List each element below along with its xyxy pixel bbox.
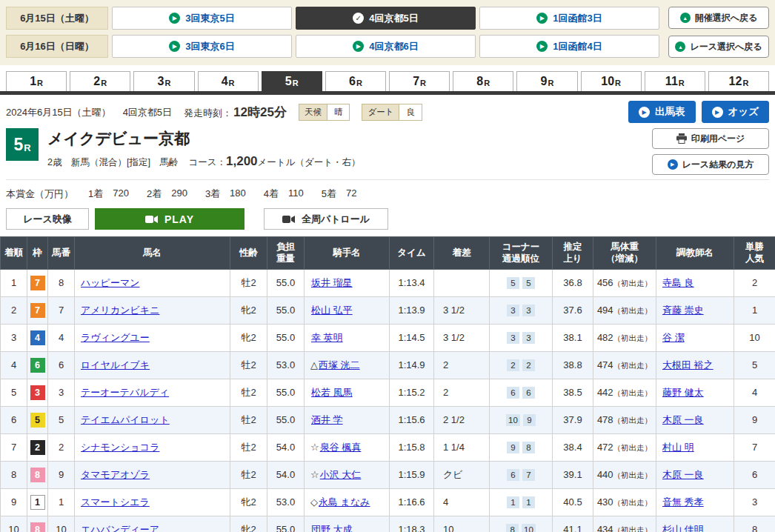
win-favorite-rank: 9 (734, 406, 775, 433)
horse-name-link[interactable]: ハッピーマン (81, 277, 140, 288)
corner-position: 9 (523, 414, 536, 426)
meeting-button-kyoto-6[interactable]: ▶ 4回京都6日 (296, 35, 476, 58)
race-tab[interactable]: 4R (198, 71, 259, 91)
race-tab[interactable]: 2R (70, 71, 130, 91)
finish-time: 1:14.5 (390, 324, 434, 351)
race-tab[interactable]: 6R (325, 71, 386, 91)
jockey-link[interactable]: 幸 英明 (311, 332, 343, 343)
apprentice-mark: △ (310, 359, 318, 370)
horse-name-link[interactable]: テイエムパイロット (81, 414, 170, 425)
meeting-button-tokyo-6[interactable]: ▶ 3回東京6日 (112, 35, 292, 58)
race-tab[interactable]: 12R (708, 71, 769, 91)
horse-name-link[interactable]: テーオーテバルディ (81, 387, 169, 398)
result-row: 3 4 4 ラヴィングユー 牝2 55.0 幸 英明 1:14.5 3 1/2 … (1, 324, 775, 351)
entry-table-button[interactable]: ▶ 出馬表 (628, 101, 696, 123)
date-label-sunday: 6月16日（日曜） (6, 35, 108, 58)
play-circle-icon: ▶ (639, 107, 650, 118)
jockey-cell: △西塚 洸二 (305, 351, 390, 379)
jockey-link[interactable]: 松山 弘平 (311, 305, 353, 316)
meeting-row-saturday: 6月15日（土曜） ▶ 3回東京5日 ✓ 4回京都5日 ▶ 1回函館3日 (6, 7, 659, 30)
race-tab[interactable]: 5R (262, 71, 322, 91)
jockey-link[interactable]: 泉谷 楓真 (320, 442, 362, 453)
last-3f-time: 38.5 (553, 379, 593, 406)
horse-name-link[interactable]: スマートシエラ (81, 496, 150, 508)
race-tab[interactable]: 1R (6, 71, 67, 91)
horse-name-cell: シナモンショコラ (75, 433, 230, 461)
odds-button[interactable]: ▶ オッズ (702, 101, 769, 123)
trainer-link[interactable]: 藤野 健太 (662, 387, 704, 398)
race-tab[interactable]: 7R (389, 71, 450, 91)
back-to-race-select-button[interactable]: ▲ レース選択へ戻る (668, 36, 769, 58)
sex-age: 牡2 (230, 269, 267, 296)
printer-icon (676, 133, 687, 144)
meeting-button-label: 1回函館4日 (553, 40, 602, 53)
race-tab[interactable]: 9R (516, 71, 577, 91)
frame-cell: 4 (27, 324, 48, 351)
margin: クビ (434, 461, 490, 488)
trainer-link[interactable]: 寺島 良 (662, 277, 694, 288)
arrow-right-circle-icon: ▶ (353, 41, 364, 52)
trainer-link[interactable]: 大根田 裕之 (662, 359, 714, 370)
race-tab[interactable]: 10R (581, 71, 642, 91)
prize-amount: 180 (230, 187, 246, 201)
result-row: 7 2 2 シナモンショコラ 牡2 54.0 ☆泉谷 楓真 1:15.8 1 1… (1, 433, 775, 461)
body-weight-cell: 472（初出走） (593, 433, 656, 461)
date-label-saturday: 6月15日（土曜） (6, 7, 108, 30)
patrol-video-button[interactable]: 全周パトロール (264, 208, 388, 230)
trainer-link[interactable]: 村山 明 (662, 442, 694, 453)
meeting-button-kyoto-5[interactable]: ✓ 4回京都5日 (296, 7, 476, 30)
horse-number: 3 (48, 379, 75, 406)
corner-position: 10 (506, 414, 520, 426)
horse-name-link[interactable]: シナモンショコラ (81, 442, 159, 453)
prize-rank: 4着 (264, 187, 279, 201)
race-meeting: 4回京都5日 (123, 106, 172, 119)
result-row: 1 7 8 ハッピーマン 牡2 55.0 坂井 瑠星 1:13.4 55 36.… (1, 269, 775, 296)
frame-cell: 7 (27, 269, 48, 296)
trainer-link[interactable]: 木原 一良 (662, 414, 704, 425)
horse-name-link[interactable]: ロイヤルイブキ (81, 359, 150, 370)
trainer-link[interactable]: 杉山 佳明 (662, 524, 704, 532)
win-favorite-rank: 8 (734, 516, 775, 532)
trainer-link[interactable]: 音無 秀孝 (662, 496, 704, 508)
race-info-section: 2024年6月15日（土曜） 4回京都5日 発走時刻：12時25分 天候晴 ダー… (0, 95, 775, 201)
horse-number: 7 (48, 296, 75, 324)
print-page-button[interactable]: 印刷用ページ (652, 128, 769, 149)
margin: 2 (434, 379, 490, 406)
body-weight-value: 474 (597, 359, 613, 370)
race-tab[interactable]: 3R (133, 71, 194, 91)
finish-position: 1 (1, 269, 27, 296)
jockey-link[interactable]: 団野 大成 (311, 524, 353, 532)
race-tab[interactable]: 8R (453, 71, 513, 91)
back-to-meeting-select-button[interactable]: ▲ 開催選択へ戻る (668, 7, 769, 29)
horse-name-link[interactable]: エハバンディーア (81, 524, 159, 532)
frame-cell: 8 (27, 461, 48, 488)
trainer-link[interactable]: 斉藤 崇史 (662, 305, 704, 316)
meeting-button-hakodate-3[interactable]: ▶ 1回函館3日 (479, 7, 659, 30)
horse-name-link[interactable]: アメリカンビキニ (81, 305, 159, 316)
race-tab-number: 11 (665, 75, 678, 88)
race-video-label: レース映像 (6, 208, 89, 230)
prize-rank: 1着 (88, 187, 103, 201)
race-tab-suffix: R (615, 79, 621, 87)
jockey-link[interactable]: 永島 まなみ (319, 496, 370, 508)
trainer-link[interactable]: 谷 潔 (662, 332, 685, 343)
jockey-link[interactable]: 酒井 学 (311, 414, 343, 425)
jockey-link[interactable]: 西塚 洸二 (319, 359, 360, 370)
results-guide-button[interactable]: ▶ レース結果の見方 (652, 154, 769, 175)
body-weight-note: （初出走） (613, 498, 653, 507)
race-tab[interactable]: 11R (645, 71, 705, 91)
meeting-button-hakodate-4[interactable]: ▶ 1回函館4日 (479, 35, 659, 58)
column-header: 推定 上り (553, 237, 593, 270)
trainer-cell: 音無 秀孝 (656, 488, 734, 516)
horse-name-link[interactable]: ラヴィングユー (81, 332, 150, 343)
jockey-link[interactable]: 松若 風馬 (311, 387, 353, 398)
start-time: 発走時刻：12時25分 (184, 104, 287, 121)
trainer-link[interactable]: 木原 一良 (662, 469, 704, 480)
race-tab-suffix: R (293, 79, 299, 87)
meeting-button-tokyo-5[interactable]: ▶ 3回東京5日 (112, 7, 292, 30)
jockey-link[interactable]: 坂井 瑠星 (311, 277, 353, 288)
jockey-link[interactable]: 小沢 大仁 (320, 469, 362, 480)
frame-cell: 1 (27, 488, 48, 516)
play-video-button[interactable]: PLAY (95, 208, 245, 230)
horse-name-link[interactable]: タマモアオゾラ (81, 469, 150, 480)
